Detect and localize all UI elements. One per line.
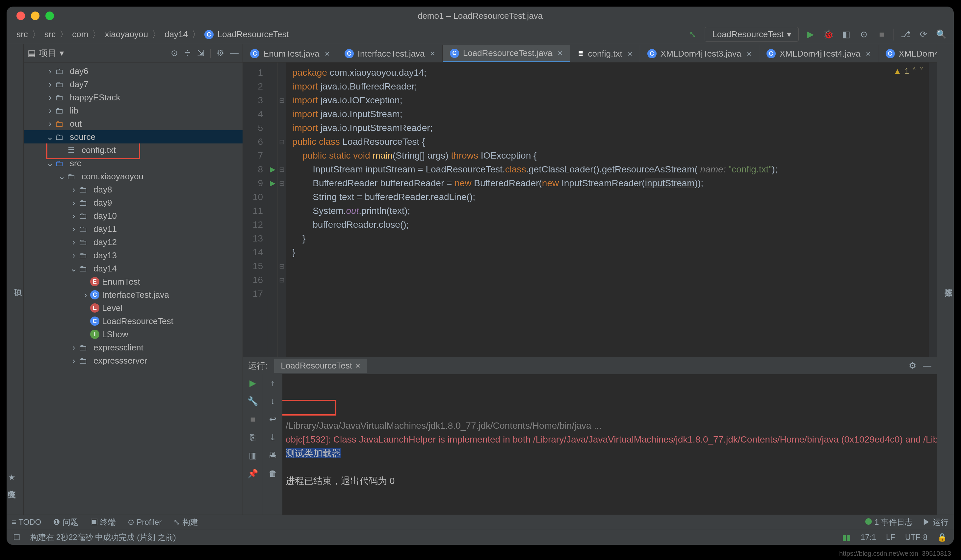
tree-row[interactable]: ›🗀expressserver (24, 354, 243, 367)
tree-row[interactable]: ›🗀out (24, 117, 243, 130)
gear-icon[interactable]: ⚙ (217, 48, 224, 58)
tree-row[interactable]: ELevel (24, 302, 243, 314)
update-project-icon[interactable]: ⟳ (918, 29, 929, 40)
editor-tab[interactable]: CEnumTest.java× (243, 45, 337, 62)
tree-row[interactable]: ⌄🗀source (24, 130, 243, 143)
caret-position[interactable]: 17:1 (861, 533, 876, 542)
line-separator[interactable]: LF (886, 533, 895, 542)
profiler-button[interactable]: ⊙ Profiler (128, 518, 162, 527)
file-encoding[interactable]: UTF-8 (905, 533, 927, 542)
print-icon[interactable]: 🖶 (268, 451, 277, 461)
close-icon[interactable]: × (747, 49, 752, 59)
close-icon[interactable]: × (355, 361, 360, 371)
stop-button[interactable]: ■ (876, 29, 888, 40)
run-button[interactable]: ▶ (805, 29, 816, 40)
error-stripe[interactable] (929, 63, 937, 357)
layout-icon[interactable]: ▥ (249, 451, 257, 461)
code-content[interactable]: package com.xiaoyaoyou.day14;import java… (286, 63, 937, 357)
clear-icon[interactable]: 🗑 (268, 469, 277, 479)
editor-tab[interactable]: CLoadResourceTest.java× (443, 45, 570, 62)
tree-row[interactable]: ≣config.txt (24, 143, 243, 157)
window-zoom-button[interactable] (45, 11, 54, 20)
chevron-down-icon[interactable]: ˅ (919, 66, 924, 76)
expand-icon[interactable]: ⇲ (197, 48, 204, 58)
tree-row[interactable]: ⌄🗀com.xiaoyaoyou (24, 170, 243, 183)
console-toolbar[interactable]: ↑ ↓ ↩ ⤓ 🖶 🗑 (263, 374, 282, 515)
git-branch-icon[interactable]: ⎇ (900, 29, 912, 40)
tree-row[interactable]: ›CInterfaceTest.java (24, 288, 243, 302)
fold-gutter[interactable]: ⊟ ⊟ ⊟⊟ ⊟⊟ (278, 63, 286, 357)
soft-wrap-icon[interactable]: ↩ (269, 414, 276, 424)
breadcrumb-item[interactable]: src (45, 29, 56, 40)
breadcrumb-item[interactable]: com (72, 29, 88, 40)
todo-button[interactable]: ≡ TODO (12, 518, 41, 527)
collapse-icon[interactable]: ≑ (184, 48, 191, 58)
tree-row[interactable]: ›🗀day6 (24, 64, 243, 78)
locate-icon[interactable]: ⊙ (171, 48, 178, 58)
editor-tab[interactable]: CInterfaceTest.java× (337, 45, 443, 62)
tree-row[interactable]: ›🗀day13 (24, 249, 243, 262)
profiler-button[interactable]: ⊙ (858, 29, 870, 40)
tree-row[interactable]: ›🗀day7 (24, 78, 243, 91)
run-config-select[interactable]: LoadResourceTest ▾ (705, 27, 799, 42)
tree-row[interactable]: ILShow (24, 328, 243, 341)
run-tool-button[interactable]: ▶ 运行 (922, 517, 948, 528)
rerun-button[interactable]: ▶ (249, 378, 256, 388)
chevron-up-icon[interactable]: ˄ (912, 66, 916, 76)
left-tool-stripe[interactable]: 项目 (6, 44, 24, 515)
pin-icon[interactable]: 📌 (247, 469, 258, 479)
close-icon[interactable]: × (430, 49, 435, 59)
database-tool-button[interactable]: 数据库 (943, 51, 954, 515)
up-icon[interactable]: ↑ (270, 378, 275, 388)
project-tree[interactable]: ›🗀day6›🗀day7›🗀happyEStack›🗀lib›🗀out⌄🗀sou… (24, 63, 243, 515)
problems-button[interactable]: ❶ 问题 (53, 517, 78, 528)
close-icon[interactable]: × (866, 49, 871, 59)
breadcrumbs[interactable]: src〉 src〉 com〉 xiaoyaoyou〉 day14〉 LoadRe… (6, 29, 289, 40)
tree-row[interactable]: ⌄🗀day14 (24, 262, 243, 275)
tree-row[interactable]: ›🗀day11 (24, 222, 243, 236)
scroll-end-icon[interactable]: ⤓ (269, 432, 276, 443)
run-side-toolbar[interactable]: ▶ 🔧 ■ ⎘ ▥ 📌 (243, 374, 263, 515)
wrench-icon[interactable]: 🔧 (247, 396, 258, 406)
tree-row[interactable]: EEnumTest (24, 275, 243, 288)
build-hammer-icon[interactable]: ⤡ (687, 29, 699, 40)
status-icon[interactable]: ☐ (13, 533, 21, 542)
hide-icon[interactable]: — (230, 48, 239, 58)
event-log-button[interactable]: 1 事件日志 (865, 517, 913, 528)
breadcrumb-item[interactable]: xiaoyaoyou (104, 29, 148, 40)
tree-row[interactable]: ›🗀day8 (24, 183, 243, 196)
coverage-button[interactable]: ◧ (840, 29, 852, 40)
down-icon[interactable]: ↓ (270, 396, 275, 406)
bottom-tool-buttons[interactable]: ≡ TODO ❶ 问题 ▣ 终端 ⊙ Profiler ⤡ 构建 1 事件日志 … (6, 515, 954, 529)
breadcrumb-item[interactable]: day14 (165, 29, 188, 40)
close-icon[interactable]: × (558, 48, 562, 58)
tree-row[interactable]: CLoadResourceTest (24, 314, 243, 328)
project-tool-button[interactable]: 项目 (13, 51, 23, 515)
gear-icon[interactable]: ⚙ (909, 361, 916, 371)
window-minimize-button[interactable] (31, 11, 40, 20)
indexing-indicator[interactable]: ▮▮ (842, 533, 851, 542)
debug-button[interactable]: 🐞 (823, 29, 834, 40)
dump-icon[interactable]: ⎘ (250, 432, 256, 443)
build-button[interactable]: ⤡ 构建 (174, 517, 198, 528)
lock-icon[interactable]: 🔒 (937, 533, 947, 542)
right-tool-stripe[interactable]: 数据库 结构 (937, 44, 954, 515)
tree-row[interactable]: ›🗀day12 (24, 236, 243, 249)
tree-row[interactable]: ›🗀lib (24, 104, 243, 117)
editor-tabs[interactable]: CEnumTest.java×CInterfaceTest.java×CLoad… (243, 44, 937, 63)
run-gutter[interactable]: ▶▶ (268, 63, 278, 357)
code-editor[interactable]: 1234567891011121314151617 ▶▶ ⊟ ⊟ ⊟⊟ ⊟⊟ p… (243, 63, 937, 357)
tree-row[interactable]: ›🗀day10 (24, 209, 243, 222)
breadcrumb-item[interactable]: LoadResourceTest (217, 29, 289, 40)
inspection-badge[interactable]: ▲ 1 ˄ ˅ (894, 66, 924, 76)
stop-button[interactable]: ■ (250, 414, 256, 424)
editor-tab[interactable]: CXMLDom4jTest3.java× (640, 45, 759, 62)
tree-row[interactable]: ›🗀day9 (24, 196, 243, 209)
run-tab[interactable]: LoadResourceTest × (274, 359, 367, 373)
editor-tab[interactable]: CXMLDom4jTest4.java× (759, 45, 878, 62)
tree-row[interactable]: ⌄🗀src (24, 157, 243, 170)
close-icon[interactable]: × (628, 49, 633, 59)
tree-row[interactable]: ›🗀expressclient (24, 341, 243, 354)
search-icon[interactable]: 🔍 (935, 29, 947, 40)
terminal-button[interactable]: ▣ 终端 (90, 517, 116, 528)
